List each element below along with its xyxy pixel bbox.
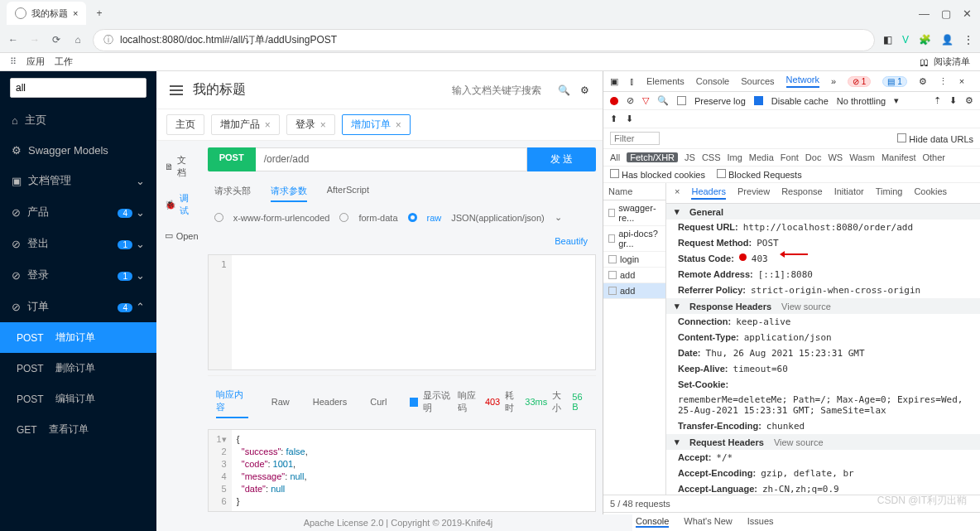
type-font[interactable]: Font	[781, 152, 799, 162]
address-bar[interactable]: ⓘ localhost:8080/doc.html#/all/订单/addUsi…	[93, 29, 875, 51]
tab-resp-raw[interactable]: Raw	[271, 393, 290, 410]
close-icon[interactable]: ×	[265, 119, 271, 131]
close-icon[interactable]: ✕	[963, 7, 972, 20]
send-button[interactable]: 发 送	[527, 147, 596, 171]
type-css[interactable]: CSS	[702, 152, 721, 162]
request-row[interactable]: add	[603, 283, 665, 299]
settings-icon[interactable]: ⚙	[580, 84, 589, 96]
blocked-requests-checkbox[interactable]	[717, 169, 726, 178]
maximize-icon[interactable]: ▢	[941, 7, 951, 20]
beautify-link[interactable]: Beautify	[555, 236, 588, 246]
info-badge[interactable]: ▤ 1	[882, 76, 906, 87]
sidebar-item-order[interactable]: ⊘订单4 ⌃	[0, 291, 156, 322]
close-icon[interactable]: ×	[396, 119, 401, 131]
forward-icon[interactable]: →	[28, 33, 41, 46]
sidebar-item-login[interactable]: ⊘登录1 ⌄	[0, 259, 156, 291]
search-input[interactable]	[10, 78, 147, 98]
bookmark-item[interactable]: 工作	[55, 56, 73, 68]
error-badge[interactable]: ⊘ 1	[848, 76, 871, 87]
request-row[interactable]: swagger-re...	[603, 200, 665, 226]
download-icon[interactable]: ⬇	[626, 113, 633, 124]
type-doc[interactable]: Doc	[805, 152, 822, 162]
tab-add-product[interactable]: 增加产品×	[211, 114, 280, 135]
tab-req-params[interactable]: 请求参数	[271, 181, 307, 202]
tab-headers[interactable]: Headers	[691, 186, 726, 200]
tab-add-order[interactable]: 增加订单×	[342, 114, 411, 135]
tab-preview[interactable]: Preview	[737, 186, 770, 200]
device-icon[interactable]: ⫿	[630, 76, 635, 86]
apps-icon[interactable]: ⠿	[10, 56, 17, 67]
sub-add-order[interactable]: POST增加订单	[0, 322, 156, 353]
filter-icon[interactable]: ▽	[642, 95, 649, 106]
menu-toggle-icon[interactable]	[170, 85, 183, 95]
throttling-select[interactable]: No throttling	[837, 96, 886, 106]
nav-doc[interactable]: 🗎文档	[156, 147, 201, 186]
disable-cache-checkbox[interactable]	[754, 96, 763, 105]
drawer-issues[interactable]: Issues	[747, 516, 774, 528]
type-fetch[interactable]: Fetch/XHR	[627, 152, 678, 162]
wifi-icon[interactable]: ⇡	[934, 95, 941, 106]
reading-list-label[interactable]: 阅读清单	[934, 56, 970, 68]
profile-icon[interactable]: 👤	[941, 34, 954, 46]
close-icon[interactable]: ×	[959, 76, 964, 86]
tab-sources[interactable]: Sources	[741, 76, 774, 86]
type-all[interactable]: All	[610, 152, 620, 162]
sub-del-order[interactable]: POST删除订单	[0, 353, 156, 384]
tab-close-icon[interactable]: ×	[73, 8, 78, 18]
apps-label[interactable]: 应用	[26, 56, 45, 68]
tab-initiator[interactable]: Initiator	[834, 186, 864, 200]
drawer-whatsnew[interactable]: What's New	[684, 516, 732, 528]
back-icon[interactable]: ←	[7, 33, 20, 46]
extension-icon[interactable]: 🧩	[919, 34, 931, 46]
type-ws[interactable]: WS	[828, 152, 843, 162]
inspect-icon[interactable]: ▣	[610, 76, 618, 87]
editor-text[interactable]	[232, 255, 595, 369]
type-js[interactable]: JS	[685, 152, 695, 162]
nav-open[interactable]: ▭Open	[156, 224, 201, 248]
tab-login[interactable]: 登录×	[286, 114, 335, 135]
response-headers-header[interactable]: ▾ Response HeadersView source	[666, 298, 980, 314]
tab-home[interactable]: 主页	[166, 114, 204, 135]
radio-form[interactable]	[214, 213, 223, 222]
tab-console[interactable]: Console	[696, 76, 729, 86]
request-row[interactable]: add	[603, 268, 665, 283]
close-detail-icon[interactable]: ×	[675, 186, 680, 200]
sidebar-docmgr[interactable]: ▣文档管理⌄	[0, 165, 156, 196]
sub-edit-order[interactable]: POST编辑订单	[0, 384, 156, 414]
upload-icon[interactable]: ⬆	[610, 113, 617, 124]
json-type-select[interactable]: JSON(application/json)	[451, 213, 545, 223]
new-tab-button[interactable]: +	[89, 7, 108, 19]
sidebar-item-logout[interactable]: ⊘登出1 ⌄	[0, 228, 156, 259]
blocked-cookies-checkbox[interactable]	[610, 169, 619, 178]
tab-timing[interactable]: Timing	[876, 186, 903, 200]
sidebar-item-product[interactable]: ⊘产品4 ⌄	[0, 196, 156, 228]
name-header[interactable]: Name	[603, 183, 665, 200]
request-row[interactable]: api-docs?gr...	[603, 226, 665, 252]
nav-debug[interactable]: 🐞调试	[156, 186, 201, 224]
search-icon[interactable]: 🔍	[558, 84, 570, 96]
tab-resp-curl[interactable]: Curl	[370, 393, 387, 410]
drawer-console[interactable]: Console	[636, 516, 669, 528]
tab-cookies[interactable]: Cookies	[914, 186, 947, 200]
hide-urls-checkbox[interactable]	[897, 133, 906, 142]
view-source-link[interactable]: View source	[774, 437, 824, 447]
reload-icon[interactable]: ⟳	[50, 33, 63, 46]
show-desc-checkbox[interactable]	[410, 398, 417, 407]
search-icon[interactable]: 🔍	[657, 95, 669, 106]
extension-icon[interactable]: ◧	[883, 34, 892, 46]
gear-icon[interactable]: ⚙	[919, 76, 927, 87]
reading-list-icon[interactable]: 🕮	[920, 57, 929, 67]
more-icon[interactable]: ⋮	[939, 76, 948, 87]
tab-resp-body[interactable]: 响应内容	[216, 385, 248, 418]
radio-formdata[interactable]	[339, 213, 348, 222]
sidebar-swagger[interactable]: ⚙Swagger Models	[0, 136, 156, 165]
request-row[interactable]: login	[603, 252, 665, 268]
tab-resp-headers[interactable]: Headers	[313, 393, 348, 410]
home-icon[interactable]: ⌂	[71, 33, 84, 46]
download-icon[interactable]: ⬇	[949, 95, 957, 106]
extension-icon[interactable]: V	[902, 34, 909, 46]
type-media[interactable]: Media	[749, 152, 774, 162]
menu-icon[interactable]: ⋮	[963, 34, 973, 46]
more-tabs-icon[interactable]: »	[831, 76, 836, 86]
tab-network[interactable]: Network	[786, 75, 819, 88]
